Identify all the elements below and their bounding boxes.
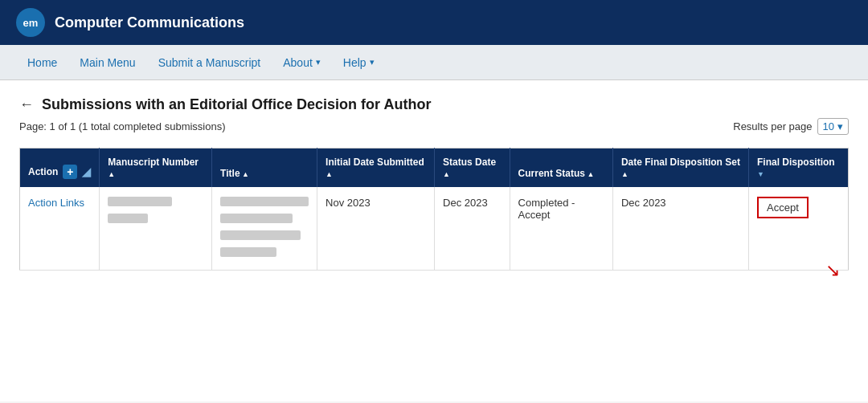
cell-final-disposition: Accept ↘	[749, 187, 849, 271]
cell-status-date: Dec 2023	[435, 187, 510, 271]
nav-help[interactable]: Help ▾	[332, 45, 386, 80]
page-info-row: Page: 1 of 1 (1 total completed submissi…	[19, 118, 849, 135]
results-per-page-control: Results per page 10 ▾	[733, 118, 849, 135]
nav-bar: Home Main Menu Submit a Manuscript About…	[0, 45, 868, 80]
col-title: Title	[212, 149, 317, 188]
date-final-value: Dec 2023	[621, 197, 666, 209]
nav-home[interactable]: Home	[16, 45, 68, 80]
page-heading-row: ← Submissions with an Editorial Office D…	[19, 96, 849, 113]
filter-icon[interactable]: ◢	[82, 165, 91, 178]
logo-text: em	[23, 17, 39, 29]
results-label: Results per page	[733, 120, 812, 132]
nav-submit-manuscript[interactable]: Submit a Manuscript	[147, 45, 272, 80]
manuscript-number-redacted-2	[108, 214, 148, 223]
cell-action: Action Links	[20, 187, 100, 271]
results-value: 10	[823, 120, 834, 132]
action-col-label: Action	[28, 166, 58, 177]
table-header-row: Action + ◢ Manuscript Number Title	[20, 149, 849, 188]
action-links[interactable]: Action Links	[28, 197, 84, 209]
cell-current-status: Completed - Accept	[510, 187, 612, 271]
col-status-date: Status Date	[435, 149, 510, 188]
col-final-disposition: Final Disposition	[749, 149, 849, 188]
help-chevron-icon: ▾	[370, 57, 375, 67]
app-title: Computer Communications	[55, 14, 244, 31]
title-redacted-4	[220, 247, 276, 257]
page-info-text: Page: 1 of 1 (1 total completed submissi…	[19, 120, 226, 132]
nav-about[interactable]: About ▾	[272, 45, 332, 80]
submissions-table: Action + ◢ Manuscript Number Title	[19, 148, 849, 271]
title-redacted-1	[220, 197, 309, 206]
cell-title	[212, 187, 317, 271]
status-date-value: Dec 2023	[443, 197, 488, 209]
add-column-icon[interactable]: +	[63, 165, 77, 179]
col-manuscript-number: Manuscript Number	[100, 149, 212, 188]
col-current-status: Current Status	[510, 149, 612, 188]
main-content: ← Submissions with an Editorial Office D…	[0, 80, 868, 401]
back-button[interactable]: ←	[19, 96, 34, 113]
title-redacted-2	[220, 214, 293, 223]
cell-manuscript-number	[100, 187, 212, 271]
red-arrow-indicator: ↘	[825, 260, 840, 281]
cell-initial-date: Nov 2023	[317, 187, 435, 271]
current-status-value: Completed - Accept	[518, 197, 575, 221]
results-chevron-icon: ▾	[837, 120, 843, 132]
final-disposition-value: Accept	[757, 197, 809, 218]
initial-date-value: Nov 2023	[326, 197, 371, 209]
table-row: Action Links N	[20, 187, 849, 271]
manuscript-number-redacted	[108, 197, 172, 206]
top-header: em Computer Communications	[0, 0, 868, 45]
page-title: Submissions with an Editorial Office Dec…	[42, 96, 431, 113]
nav-main-menu[interactable]: Main Menu	[68, 45, 146, 80]
col-initial-date: Initial Date Submitted	[317, 149, 435, 188]
about-chevron-icon: ▾	[316, 57, 321, 67]
col-date-final-disposition: Date Final Disposition Set	[612, 149, 748, 188]
logo-circle: em	[16, 8, 45, 37]
results-per-page-select[interactable]: 10 ▾	[817, 118, 849, 135]
cell-date-final-disposition: Dec 2023	[612, 187, 748, 271]
col-action: Action + ◢	[20, 149, 100, 188]
title-redacted-3	[220, 230, 301, 240]
